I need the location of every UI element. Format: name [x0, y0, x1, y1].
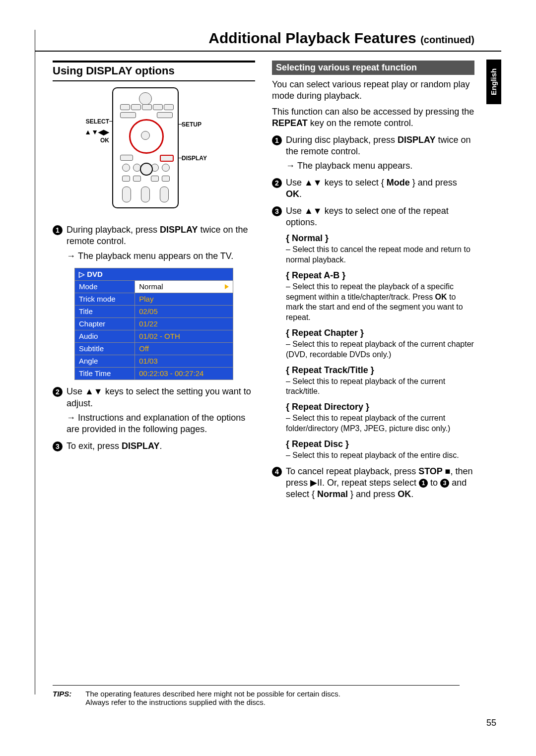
step-text: During playback, press DISPLAY twice on … — [67, 224, 255, 248]
remote-button — [133, 176, 141, 182]
option-label: { Repeat Disc } — [286, 439, 474, 449]
tips-label: TIPS: — [53, 690, 71, 706]
option-desc: – Select this to repeat playback of the … — [286, 339, 474, 360]
step-text: During disc playback, press DISPLAY twic… — [286, 134, 474, 158]
remote-display-button — [160, 155, 174, 162]
remote-button — [160, 187, 169, 202]
remote-button — [162, 164, 170, 172]
option-label: { Repeat A-B } — [286, 270, 474, 281]
page-title: Additional Playback Features — [208, 30, 416, 46]
option-desc: – Select this to repeat playback of the … — [286, 413, 474, 434]
remote-label-ok: OK — [65, 137, 109, 144]
option-label: { Repeat Track/Title } — [286, 365, 474, 376]
step-text: Use ▲▼ keys to select { Mode } and press… — [286, 177, 474, 200]
remote-label-select: SELECT — [65, 118, 109, 125]
page-number: 55 — [486, 718, 496, 728]
tips-text: The operating features described here mi… — [85, 690, 340, 706]
circled-3-icon: 3 — [53, 441, 63, 451]
step-3: 3 To exit, press DISPLAY. — [53, 441, 255, 452]
remote-button — [139, 92, 152, 105]
remote-button — [151, 176, 159, 182]
osd-value: Normal — [135, 281, 233, 293]
remote-outline — [112, 87, 179, 208]
step-text: Use ▲▼ keys to select the setting you wa… — [67, 386, 255, 409]
option-label: { Normal } — [286, 233, 474, 244]
remote-illustration: SELECT ▲▼◀▶ OK SETUP DISPLAY — [53, 87, 255, 216]
osd-label: Mode — [75, 281, 135, 293]
remote-label-setup: SETUP — [182, 121, 201, 128]
osd-row: Trick modePlay — [75, 293, 233, 306]
osd-row: Chapter01/22 — [75, 318, 233, 330]
step-text: Use ▲▼ keys to select one of the repeat … — [286, 205, 474, 229]
step-result: The playback menu appears. — [272, 160, 474, 172]
step-2: 2 Use ▲▼ keys to select the setting you … — [53, 386, 255, 409]
remote-button — [141, 187, 150, 202]
remote-button — [120, 112, 136, 118]
circled-1-icon: 1 — [272, 135, 282, 145]
tips-footer: TIPS: The operating features described h… — [53, 685, 460, 706]
circled-2-icon: 2 — [272, 178, 282, 188]
right-column: Selecting various repeat function You ca… — [272, 61, 474, 504]
step-1: 1 During playback, press DISPLAY twice o… — [53, 224, 255, 248]
step-result: The playback menu appears on the TV. — [53, 251, 255, 262]
circled-3-icon: 3 — [272, 206, 282, 216]
subheading: Selecting various repeat function — [272, 61, 474, 75]
osd-header: ▷ DVD — [75, 268, 233, 281]
remote-button — [142, 104, 152, 110]
step-3: 3 Use ▲▼ keys to select one of the repea… — [272, 205, 474, 229]
option-label: { Repeat Directory } — [286, 402, 474, 412]
circled-3-icon: 3 — [440, 479, 449, 488]
remote-button — [120, 104, 130, 110]
osd-row: Angle01/03 — [75, 355, 233, 368]
option-label: { Repeat Chapter } — [286, 328, 474, 338]
option-desc: – Select this to cancel the repeat mode … — [286, 245, 474, 265]
circled-4-icon: 4 — [272, 467, 282, 477]
osd-menu-table: ▷ DVD Mode Normal Trick modePlay Title02… — [74, 268, 233, 380]
remote-button — [157, 112, 173, 118]
remote-button — [162, 176, 170, 182]
intro-para: You can select various repeat play or ra… — [272, 79, 474, 102]
option-desc: – Select this to repeat playback of the … — [286, 450, 474, 461]
remote-button — [153, 104, 163, 110]
repeat-options-list: { Normal } – Select this to cancel the r… — [272, 233, 474, 460]
option-desc: – Select this to repeat playback of the … — [286, 377, 474, 397]
step-result: Instructions and explanation of the opti… — [53, 412, 255, 436]
page-body: Additional Playback Features (continued)… — [35, 30, 501, 504]
remote-label-display: DISPLAY — [182, 155, 207, 162]
osd-row: Audio01/02 - OTH — [75, 330, 233, 343]
osd-row: Title Time00:22:03 - 00:27:24 — [75, 368, 233, 380]
play-triangle-icon — [225, 284, 229, 289]
remote-ok-button — [141, 131, 150, 140]
language-tab: English — [486, 60, 501, 104]
page-continued: (continued) — [420, 34, 474, 45]
remote-button — [122, 164, 130, 172]
remote-button — [140, 163, 153, 176]
step-4: 4 To cancel repeat playback, press STOP … — [272, 466, 474, 501]
remote-button — [164, 104, 174, 110]
remote-button — [122, 176, 130, 182]
intro-para: This function can also be accessed by pr… — [272, 106, 474, 129]
circled-2-icon: 2 — [53, 387, 63, 397]
step-text: To exit, press DISPLAY. — [67, 441, 162, 452]
circled-1-icon: 1 — [419, 479, 428, 488]
option-desc: – Select this to repeat the playback of … — [286, 282, 474, 323]
left-column: Using DISPLAY options SELECT ▲▼◀▶ OK SET… — [53, 61, 255, 504]
osd-row-selected: Mode Normal — [75, 281, 233, 293]
remote-button — [120, 155, 133, 161]
content-columns: Using DISPLAY options SELECT ▲▼◀▶ OK SET… — [35, 61, 501, 504]
osd-row: SubtitleOff — [75, 343, 233, 355]
osd-row: Title02/05 — [75, 306, 233, 318]
remote-label-arrows: ▲▼◀▶ — [65, 128, 109, 136]
page-header: Additional Playback Features (continued) — [35, 30, 501, 52]
step-2: 2 Use ▲▼ keys to select { Mode } and pre… — [272, 177, 474, 200]
remote-button — [131, 104, 141, 110]
section-title: Using DISPLAY options — [53, 61, 255, 81]
remote-button — [122, 187, 131, 202]
step-1: 1 During disc playback, press DISPLAY tw… — [272, 134, 474, 158]
step-text: To cancel repeat playback, press STOP ■,… — [286, 466, 474, 501]
circled-1-icon: 1 — [53, 225, 63, 235]
